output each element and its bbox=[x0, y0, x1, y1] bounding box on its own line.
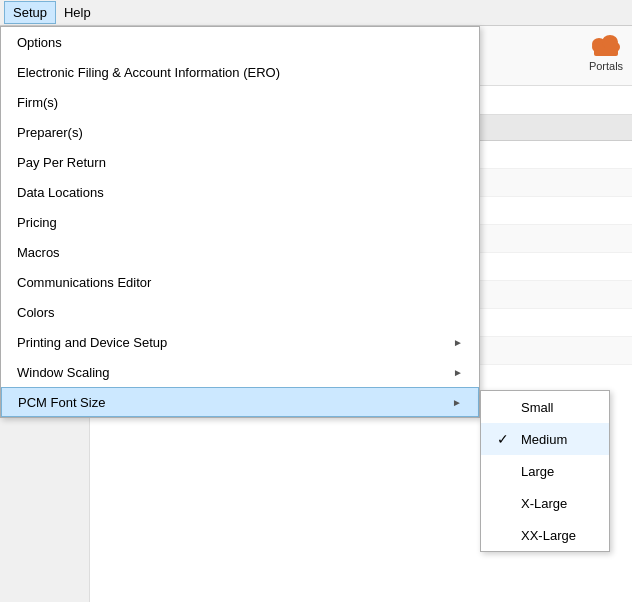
menu-bar-help[interactable]: Help bbox=[56, 2, 99, 23]
menu-item-preparers[interactable]: Preparer(s) bbox=[1, 117, 479, 147]
check-icon bbox=[497, 399, 513, 415]
menu-item-printing[interactable]: Printing and Device Setup ► bbox=[1, 327, 479, 357]
submenu-item-xx-large[interactable]: XX-Large bbox=[481, 519, 609, 551]
check-icon bbox=[497, 463, 513, 479]
menu-item-window-scaling[interactable]: Window Scaling ► bbox=[1, 357, 479, 387]
submenu-item-x-large[interactable]: X-Large bbox=[481, 487, 609, 519]
portals-label: Portals bbox=[589, 60, 623, 72]
arrow-icon: ► bbox=[452, 397, 462, 408]
pcm-font-size-submenu: Small ✓ Medium Large X-Large XX-Large bbox=[480, 390, 610, 552]
menu-item-macros[interactable]: Macros bbox=[1, 237, 479, 267]
menu-bar: Setup Help bbox=[0, 0, 632, 26]
arrow-icon: ► bbox=[453, 337, 463, 348]
menu-item-options[interactable]: Options bbox=[1, 27, 479, 57]
check-icon bbox=[497, 495, 513, 511]
menu-item-pcm-font-size[interactable]: PCM Font Size ► bbox=[1, 387, 479, 417]
submenu-item-small[interactable]: Small bbox=[481, 391, 609, 423]
menu-item-electronic-filing[interactable]: Electronic Filing & Account Information … bbox=[1, 57, 479, 87]
svg-rect-3 bbox=[594, 48, 618, 56]
svg-point-2 bbox=[602, 35, 618, 49]
cloud-icon bbox=[588, 32, 624, 60]
app-window: Setup Help Portals (CONTAINS SE bbox=[0, 0, 632, 602]
menu-item-data-locations[interactable]: Data Locations bbox=[1, 177, 479, 207]
setup-dropdown-menu: Options Electronic Filing & Account Info… bbox=[0, 26, 480, 418]
check-icon bbox=[497, 527, 513, 543]
check-icon: ✓ bbox=[497, 431, 513, 447]
submenu-item-medium[interactable]: ✓ Medium bbox=[481, 423, 609, 455]
menu-bar-setup[interactable]: Setup bbox=[4, 1, 56, 24]
menu-item-pay-per-return[interactable]: Pay Per Return bbox=[1, 147, 479, 177]
submenu-item-large[interactable]: Large bbox=[481, 455, 609, 487]
arrow-icon: ► bbox=[453, 367, 463, 378]
menu-item-pricing[interactable]: Pricing bbox=[1, 207, 479, 237]
menu-item-firms[interactable]: Firm(s) bbox=[1, 87, 479, 117]
portals-button[interactable]: Portals bbox=[588, 32, 624, 72]
menu-item-colors[interactable]: Colors bbox=[1, 297, 479, 327]
menu-item-communications-editor[interactable]: Communications Editor bbox=[1, 267, 479, 297]
